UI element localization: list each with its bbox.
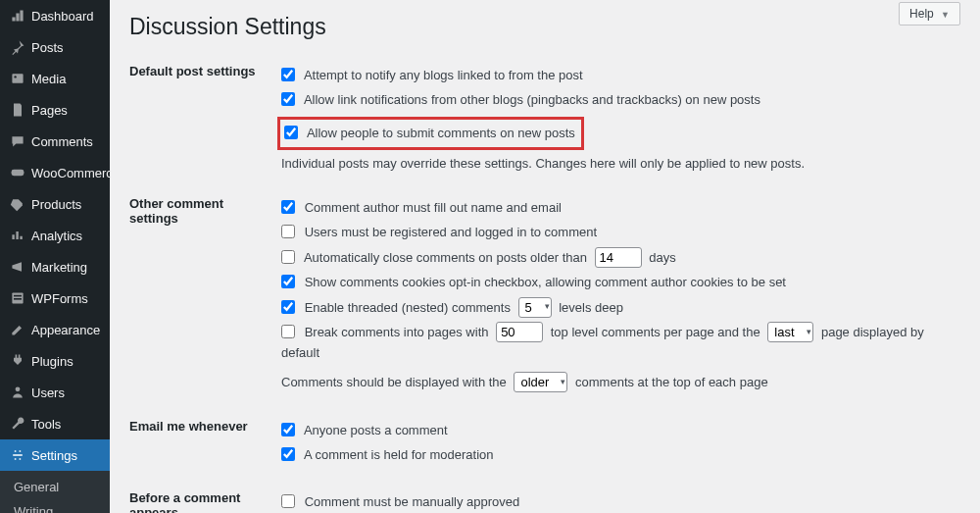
section-heading-other-comment: Other comment settings — [129, 184, 281, 406]
opt-manually-approved[interactable]: Comment must be manually approved — [281, 492, 960, 513]
woocommerce-icon — [10, 165, 25, 180]
opt-label: Anyone posts a comment — [304, 423, 448, 437]
svg-point-1 — [14, 76, 16, 77]
products-icon — [10, 196, 25, 212]
sidebar-item-woocommerce[interactable]: WooCommerce — [0, 157, 110, 188]
sidebar-item-media[interactable]: Media — [0, 63, 110, 94]
opt-label-mid: top level comments per page and the — [551, 325, 760, 339]
sidebar-item-label: Analytics — [31, 229, 82, 243]
svg-rect-5 — [14, 298, 22, 300]
sidebar-item-wpforms[interactable]: WPForms — [0, 282, 110, 314]
default-post-note: Individual posts may override these sett… — [281, 156, 960, 171]
section-heading-default-post: Default post settings — [129, 52, 281, 184]
dashboard-icon — [10, 8, 25, 24]
opt-anyone-posts[interactable]: Anyone posts a comment — [281, 421, 960, 441]
section-heading-before-appears: Before a comment appears — [129, 479, 281, 513]
opt-label: A comment is held for moderation — [304, 447, 494, 462]
checkbox-break-pages[interactable] — [281, 325, 295, 338]
sidebar-item-label: Plugins — [31, 354, 74, 369]
select-comment-order[interactable]: older — [514, 372, 567, 392]
wpforms-icon — [10, 290, 25, 306]
admin-sidebar: Dashboard Posts Media Pages Comments Woo… — [0, 0, 110, 513]
checkbox-cookies-optin[interactable] — [281, 275, 295, 288]
plugins-icon — [10, 353, 25, 369]
sidebar-item-label: Settings — [31, 448, 77, 463]
sidebar-item-appearance[interactable]: Appearance — [0, 314, 110, 345]
input-comments-per-page[interactable] — [496, 322, 543, 342]
highlighted-allow-comments: Allow people to submit comments on new p… — [277, 117, 584, 151]
svg-rect-4 — [14, 295, 22, 297]
opt-allow-pingbacks[interactable]: Allow link notifications from other blog… — [281, 90, 960, 111]
opt-author-name-email[interactable]: Comment author must fill out name and em… — [281, 198, 960, 219]
sidebar-item-dashboard[interactable]: Dashboard — [0, 0, 110, 31]
checkbox-held-moderation[interactable] — [281, 447, 295, 461]
opt-break-pages[interactable]: Break comments into pages with top level… — [281, 322, 960, 364]
section-heading-email-me: Email me whenever — [129, 407, 281, 480]
opt-allow-comments[interactable]: Allow people to submit comments on new p… — [284, 124, 575, 144]
opt-label: Break comments into pages with — [305, 325, 489, 339]
sidebar-item-label: WPForms — [31, 291, 88, 306]
checkbox-users-registered[interactable] — [281, 225, 295, 238]
sidebar-item-comments[interactable]: Comments — [0, 126, 110, 157]
main-content: Help ▼ Discussion Settings Default post … — [110, 0, 980, 513]
input-close-days[interactable] — [595, 247, 642, 268]
sidebar-item-label: WooCommerce — [31, 166, 110, 180]
opt-cookies-optin[interactable]: Show comments cookies opt-in checkbox, a… — [281, 273, 960, 293]
sidebar-item-label: Posts — [31, 40, 64, 55]
sidebar-item-pages[interactable]: Pages — [0, 94, 110, 126]
select-default-page[interactable]: last — [767, 322, 813, 342]
sidebar-item-marketing[interactable]: Marketing — [0, 251, 110, 282]
sidebar-item-label: Media — [31, 72, 66, 86]
sidebar-item-plugins[interactable]: Plugins — [0, 345, 110, 377]
opt-label: Allow people to submit comments on new p… — [307, 126, 575, 140]
opt-label: Comment author must fill out name and em… — [305, 200, 562, 215]
opt-label-suffix: levels deep — [559, 300, 623, 315]
checkbox-auto-close[interactable] — [281, 250, 295, 264]
sidebar-item-label: Appearance — [31, 323, 100, 337]
submenu-writing[interactable]: Writing — [0, 499, 110, 513]
page-title: Discussion Settings — [129, 14, 960, 40]
opt-label: Show comments cookies opt-in checkbox, a… — [305, 275, 786, 289]
checkbox-allow-pingbacks[interactable] — [281, 92, 295, 106]
sidebar-item-label: Comments — [31, 134, 93, 149]
opt-label: Comments should be displayed with the — [281, 375, 507, 389]
marketing-icon — [10, 259, 25, 275]
sidebar-item-label: Users — [31, 385, 65, 400]
sidebar-item-tools[interactable]: Tools — [0, 408, 110, 439]
opt-auto-close[interactable]: Automatically close comments on posts ol… — [281, 247, 960, 269]
help-toggle[interactable]: Help ▼ — [899, 2, 960, 26]
settings-submenu: General Writing Reading Discussion Media… — [0, 471, 110, 513]
select-thread-levels[interactable]: 5 — [518, 297, 552, 318]
sidebar-item-label: Products — [31, 197, 81, 212]
opt-threaded[interactable]: Enable threaded (nested) comments 5 leve… — [281, 297, 960, 319]
analytics-icon — [10, 228, 25, 243]
media-icon — [10, 71, 25, 86]
opt-held-moderation[interactable]: A comment is held for moderation — [281, 445, 960, 466]
checkbox-notify-blogs[interactable] — [281, 68, 295, 81]
opt-label: Automatically close comments on posts ol… — [304, 250, 587, 265]
sidebar-item-label: Dashboard — [31, 9, 94, 24]
checkbox-anyone-posts[interactable] — [281, 423, 295, 436]
opt-label: Comment must be manually approved — [305, 494, 520, 509]
opt-users-registered[interactable]: Users must be registered and logged in t… — [281, 223, 960, 243]
sidebar-item-products[interactable]: Products — [0, 188, 110, 220]
sidebar-item-settings[interactable]: Settings — [0, 439, 110, 471]
checkbox-threaded[interactable] — [281, 300, 295, 314]
page-icon — [10, 102, 25, 118]
checkbox-allow-comments[interactable] — [284, 126, 298, 139]
opt-notify-blogs[interactable]: Attempt to notify any blogs linked to fr… — [281, 66, 960, 86]
submenu-general[interactable]: General — [0, 475, 110, 499]
settings-form: Default post settings Attempt to notify … — [129, 52, 960, 513]
opt-label-suffix: days — [649, 250, 675, 265]
sidebar-item-analytics[interactable]: Analytics — [0, 220, 110, 251]
sidebar-item-users[interactable]: Users — [0, 377, 110, 408]
checkbox-manually-approved[interactable] — [281, 494, 295, 508]
sidebar-item-posts[interactable]: Posts — [0, 31, 110, 63]
checkbox-author-name-email[interactable] — [281, 200, 295, 214]
opt-label: Users must be registered and logged in t… — [305, 225, 597, 239]
sidebar-item-label: Marketing — [31, 260, 87, 275]
tools-icon — [10, 416, 25, 432]
pin-icon — [10, 39, 25, 55]
opt-label: Attempt to notify any blogs linked to fr… — [304, 68, 583, 82]
settings-icon — [10, 447, 25, 463]
